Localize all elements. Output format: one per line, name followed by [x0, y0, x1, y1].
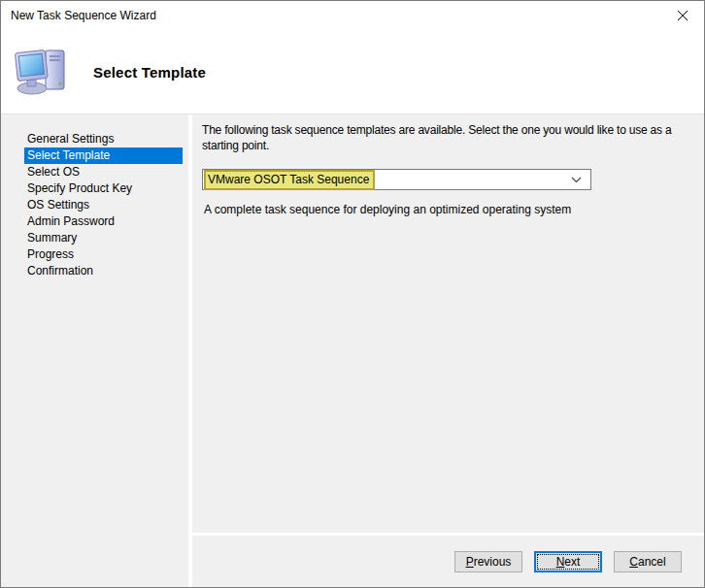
- wizard-step-os-settings: OS Settings: [24, 197, 183, 213]
- instruction-text: The following task sequence templates ar…: [192, 114, 704, 153]
- wizard-step-confirmation: Confirmation: [24, 263, 183, 279]
- button-bar: PreviousNextCancel: [192, 536, 704, 587]
- wizard-window: New Task Sequence Wizard: [0, 0, 705, 588]
- window-title: New Task Sequence Wizard: [1, 9, 660, 22]
- next-button[interactable]: Next: [534, 551, 602, 572]
- wizard-step-progress: Progress: [24, 246, 183, 263]
- template-dropdown[interactable]: VMware OSOT Task Sequence: [202, 169, 591, 190]
- previous-button[interactable]: Previous: [454, 551, 522, 572]
- wizard-step-specify-product-key: Specify Product Key: [24, 180, 183, 197]
- close-button[interactable]: [660, 1, 704, 30]
- wizard-body: General SettingsSelect TemplateSelect OS…: [1, 114, 704, 587]
- wizard-header: Select Template: [1, 30, 704, 114]
- template-dropdown-value: VMware OSOT Task Sequence: [204, 170, 375, 190]
- close-icon: [677, 10, 688, 21]
- template-dropdown-value-area: VMware OSOT Task Sequence: [203, 170, 561, 190]
- wizard-step-general-settings: General Settings: [24, 131, 183, 147]
- wizard-step-summary: Summary: [24, 230, 183, 246]
- chevron-down-icon: [561, 177, 590, 183]
- wizard-content: The following task sequence templates ar…: [192, 114, 704, 587]
- computer-icon: [14, 48, 68, 96]
- wizard-step-admin-password: Admin Password: [24, 213, 183, 230]
- wizard-step-select-os: Select OS: [24, 164, 183, 180]
- title-bar: New Task Sequence Wizard: [1, 1, 704, 30]
- footer-area: PreviousNextCancel: [192, 533, 704, 587]
- wizard-steps-list: General SettingsSelect TemplateSelect OS…: [1, 114, 188, 587]
- page-title: Select Template: [93, 64, 206, 81]
- wizard-step-select-template: Select Template: [24, 147, 183, 164]
- cancel-button[interactable]: Cancel: [614, 551, 682, 572]
- template-description: A complete task sequence for deploying a…: [204, 203, 704, 216]
